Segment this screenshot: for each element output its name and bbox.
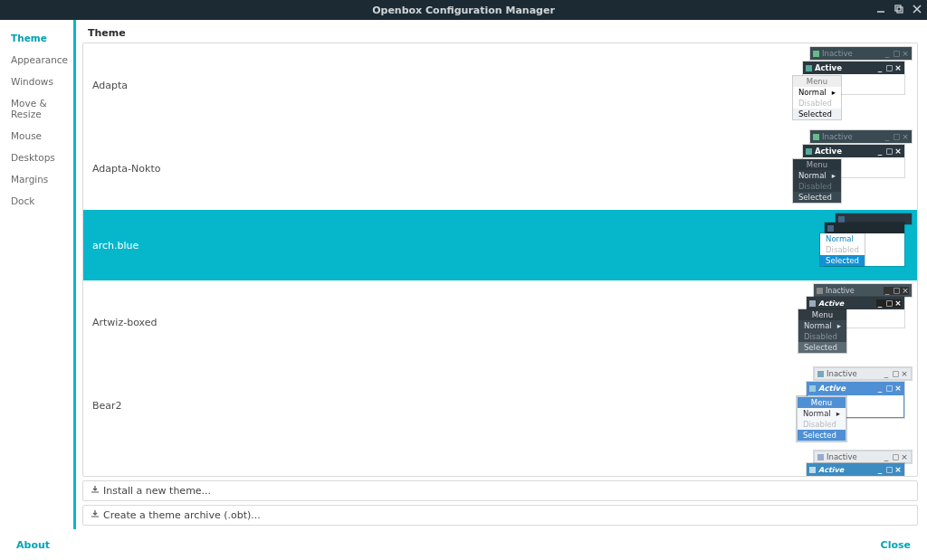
sidebar-item-desktops[interactable]: Desktops (0, 147, 73, 168)
close-button[interactable]: Close (881, 539, 911, 551)
install-theme-button[interactable]: Install a new theme... (82, 480, 918, 501)
download-icon (91, 485, 100, 497)
theme-scroll-area[interactable]: Adapta Inactive_▢× Active_▢× Menu Normal… (83, 43, 917, 476)
preview-active-label: Active (818, 299, 874, 308)
sidebar-item-label: Mouse (11, 130, 42, 141)
sidebar-item-label: Move & Resize (11, 98, 47, 119)
theme-item-bear2[interactable]: Bear2 Inactive_▢× Active_▢× Menu Normal▸ (83, 364, 917, 447)
svg-rect-0 (895, 5, 901, 11)
sidebar-item-label: Appearance (11, 54, 68, 65)
preview-disabled-label: Disabled (804, 332, 837, 341)
sidebar-item-move-resize[interactable]: Move & Resize (0, 92, 73, 125)
preview-active-label: Active (818, 384, 874, 393)
create-archive-button[interactable]: Create a theme archive (.obt)... (82, 505, 918, 526)
sidebar-item-theme[interactable]: Theme (0, 27, 73, 49)
theme-item-adapta[interactable]: Adapta Inactive_▢× Active_▢× Menu Normal… (83, 43, 917, 127)
about-link[interactable]: About (16, 539, 50, 551)
preview-menu-label: Menu (798, 309, 846, 320)
preview-active-label: Active (815, 63, 874, 72)
maximize-icon[interactable] (894, 5, 903, 16)
theme-name-label: arch.blue (92, 240, 139, 252)
preview-selected-label: Selected (803, 431, 836, 440)
preview-active-label: Active (815, 147, 874, 156)
window-titlebar: Openbox Configuration Manager (0, 0, 927, 20)
content-pane: Theme Adapta Inactive_▢× Active_▢× (73, 20, 927, 529)
theme-name-label: Bear2 (92, 400, 122, 412)
theme-name-label: Artwiz-boxed (92, 317, 157, 328)
create-archive-label: Create a theme archive (.obt)... (103, 509, 261, 521)
sidebar-item-label: Theme (11, 33, 47, 43)
theme-item-arch-blue[interactable]: arch.blue Normal Disabled Selected (83, 210, 917, 280)
sidebar-item-label: Margins (11, 174, 48, 185)
preview-inactive-label: Inactive (827, 452, 880, 461)
preview-normal-label: Normal (803, 409, 831, 418)
theme-item-adapta-nokto[interactable]: Adapta-Nokto Inactive_▢× Active_▢× Menu … (83, 127, 917, 210)
preview-normal-label: Normal (798, 171, 827, 180)
preview-menu-label: Menu (798, 397, 846, 408)
sidebar-accent (73, 20, 76, 529)
sidebar-item-label: Dock (11, 195, 34, 206)
preview-selected-label: Selected (804, 343, 837, 352)
preview-normal-label: Normal (826, 234, 854, 243)
preview-selected-label: Selected (826, 256, 859, 265)
close-icon[interactable] (913, 5, 922, 16)
preview-normal-label: Normal (804, 321, 832, 330)
theme-list: Adapta Inactive_▢× Active_▢× Menu Normal… (82, 43, 918, 477)
preview-disabled-label: Disabled (803, 420, 836, 429)
preview-normal-label: Normal (798, 88, 827, 97)
preview-menu-label: Menu (793, 76, 841, 87)
sidebar-item-windows[interactable]: Windows (0, 71, 73, 92)
section-header: Theme (82, 25, 918, 43)
footer: About Close (0, 529, 927, 560)
preview-inactive-label: Inactive (822, 132, 881, 141)
preview-inactive-label: Inactive (822, 49, 881, 58)
svg-rect-1 (897, 7, 903, 13)
sidebar-item-label: Desktops (11, 152, 55, 163)
preview-active-label: Active (818, 466, 874, 474)
sidebar-item-mouse[interactable]: Mouse (0, 125, 73, 147)
preview-disabled-label: Disabled (798, 182, 832, 191)
theme-name-label: Adapta-Nokto (92, 163, 160, 175)
sidebar-item-margins[interactable]: Margins (0, 168, 73, 190)
preview-inactive-label: Inactive (827, 369, 880, 378)
theme-item-next[interactable]: Inactive_▢× Active_▢× (83, 447, 917, 474)
install-theme-label: Install a new theme... (103, 485, 211, 497)
sidebar-item-label: Windows (11, 76, 53, 87)
preview-menu-label: Menu (793, 159, 841, 170)
theme-name-label: Adapta (92, 80, 128, 91)
window-title: Openbox Configuration Manager (372, 5, 555, 16)
sidebar-item-dock[interactable]: Dock (0, 190, 73, 212)
theme-item-artwiz-boxed[interactable]: Artwiz-boxed Inactive_▢× Active_▢× Menu … (83, 280, 917, 364)
sidebar: Theme Appearance Windows Move & Resize M… (0, 20, 73, 529)
sidebar-item-appearance[interactable]: Appearance (0, 49, 73, 71)
preview-disabled-label: Disabled (798, 99, 832, 108)
preview-selected-label: Selected (798, 109, 832, 119)
preview-inactive-label: Inactive (826, 287, 881, 295)
preview-disabled-label: Disabled (826, 245, 859, 254)
minimize-icon[interactable] (876, 5, 885, 16)
preview-selected-label: Selected (798, 193, 832, 202)
download-icon (91, 509, 100, 521)
